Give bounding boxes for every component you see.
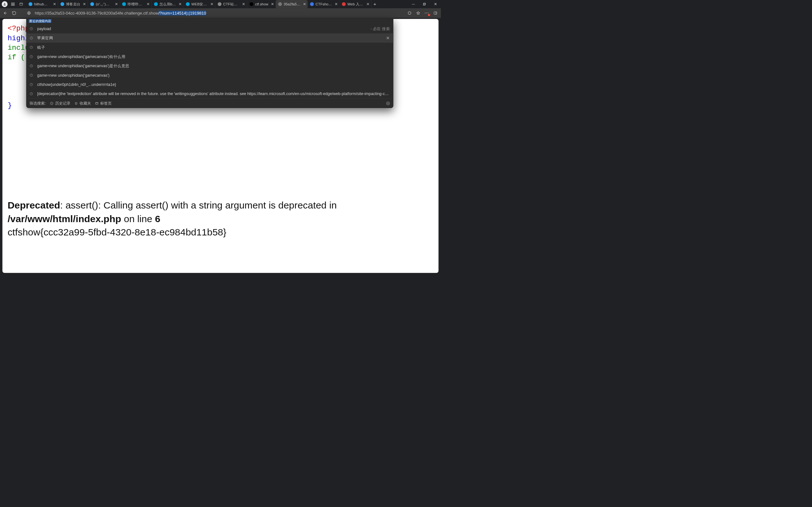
browser-tab[interactable]: (o˘◡˘)ノ H✕ [88,0,119,8]
url-host: https://35a2fa53-04cc-4009-8136-79c8200a… [35,11,159,15]
favicon [250,2,253,6]
suggestion-text: 苹果官网 [37,36,382,41]
extensions-button[interactable] [406,9,413,17]
close-tab-icon[interactable]: ✕ [147,2,150,6]
filter-label: 筛选搜索: [30,101,46,106]
browser-tab[interactable]: ctf.show✕ [247,0,275,8]
favicon [61,2,64,6]
filter-favorites[interactable]: 收藏夹 [74,101,91,106]
omnibox-suggestions: 最近的搜索内容 payload - 必应 搜索苹果官网✕稿子game=new u… [26,18,394,108]
svg-rect-8 [423,3,425,5]
history-icon [30,64,33,68]
close-window-button[interactable]: ✕ [430,0,441,8]
suggestion-text: game=new underophidian('gamecanvas')有什么用 [37,54,390,59]
suggestion-row[interactable]: 苹果官网✕ [26,33,394,43]
site-info-icon[interactable] [25,9,33,17]
favicon [342,2,346,6]
favicon [217,2,221,6]
filter-tabs[interactable]: 标签页 [95,101,112,106]
favicon [278,2,282,6]
tab-title: Web 入门1 [347,2,364,6]
error-file: /var/www/html/index.php [8,213,121,224]
svg-rect-5 [20,3,22,5]
suggestion-row[interactable]: game=new underophidian('gamecanvas')是什么意… [26,61,394,70]
favicon [29,2,32,6]
browser-tab[interactable]: 怎么用burp✕ [152,0,183,8]
alert-badge: 1 [428,14,430,16]
browser-tab[interactable]: CTF站点导✕ [215,0,247,8]
menu-button[interactable]: ⋯ 1 [423,9,431,17]
suggestion-text: game=new underophidian('gamecanvas') [37,73,390,78]
close-tab-icon[interactable]: ✕ [271,2,274,6]
suggestion-text: payload [37,26,369,31]
split-screen-button[interactable] [432,9,439,17]
svg-point-24 [388,103,389,104]
history-icon [30,46,33,49]
workspaces-icon[interactable] [10,1,15,7]
browser-tab[interactable]: Web 入门1✕ [339,0,371,8]
close-tab-icon[interactable]: ✕ [242,2,245,6]
browser-tab[interactable]: WEB安全漏✕ [183,0,215,8]
svg-rect-3 [11,4,13,5]
tab-title: hithub的主 [34,2,51,6]
suggestion-row[interactable]: game=new underophidian('gamecanvas')有什么用 [26,52,394,61]
back-button[interactable] [2,9,9,17]
history-icon [30,55,33,58]
url-selection: /?num=114514);(1919810 [158,11,206,15]
minimize-button[interactable]: ─ [408,0,419,8]
close-tab-icon[interactable]: ✕ [115,2,118,6]
close-tab-icon[interactable]: ✕ [366,2,369,6]
browser-tab[interactable]: 哔哩哔哩（✕ [119,0,151,8]
window-controls: ─ ✕ [408,0,441,8]
remove-suggestion-icon[interactable]: ✕ [386,36,390,41]
suggestion-text: 稿子 [37,45,390,50]
close-tab-icon[interactable]: ✕ [179,2,182,6]
suggestions-footer: 筛选搜索: 历史记录 收藏夹 标签页 [26,99,394,108]
svg-point-0 [4,3,5,4]
error-label: Deprecated [8,200,60,210]
suggestion-row[interactable]: payload - 必应 搜索 [26,24,394,33]
titlebar: hithub的主✕博客后台✕(o˘◡˘)ノ H✕哔哩哔哩（✕怎么用burp✕WE… [0,0,441,8]
tab-title: CTF站点导 [223,2,240,6]
history-icon [30,37,33,40]
tab-title: 怎么用burp [159,2,176,6]
suggestion-hint: - 必应 搜索 [370,26,390,32]
new-tab-button[interactable]: + [371,1,378,7]
suggestion-row[interactable]: 稿子 [26,43,394,52]
close-tab-icon[interactable]: ✕ [303,2,306,6]
favorites-button[interactable] [414,9,422,17]
tab-actions-icon[interactable] [18,1,24,7]
close-tab-icon[interactable]: ✕ [53,2,56,6]
tab-title: WEB安全漏 [191,2,208,6]
browser-tab[interactable]: 博客后台✕ [58,0,88,8]
suggestion-row[interactable]: ctfshow{under0ph1di4n_n0!_...underrrrrta… [26,80,394,89]
history-icon [30,27,33,31]
profile-avatar[interactable] [2,1,7,7]
close-tab-icon[interactable]: ✕ [210,2,213,6]
svg-rect-11 [434,12,437,14]
maximize-button[interactable] [419,0,430,8]
favicon [90,2,94,6]
suggestion-row[interactable]: [deprecation]the 'textprediction' attrib… [26,89,394,98]
refresh-button[interactable] [10,9,18,17]
suggestion-row[interactable]: game=new underophidian('gamecanvas') [26,71,394,80]
suggestions-header: 最近的搜索内容 [26,18,394,24]
tab-title: ctf.show [255,2,268,6]
browser-tab[interactable]: CTFshow题✕ [308,0,339,8]
browser-tab[interactable]: hithub的主✕ [26,0,58,8]
suggestion-text: [deprecation]the 'textprediction' attrib… [37,92,390,96]
toolbar: https://35a2fa53-04cc-4009-8136-79c8200a… [0,8,441,18]
history-icon [30,73,33,77]
favicon [154,2,158,6]
address-bar[interactable]: https://35a2fa53-04cc-4009-8136-79c8200a… [34,9,405,16]
php-error: Deprecated: assert(): Calling assert() w… [8,199,433,226]
flag-output: ctfshow{ccc32a99-5fbd-4320-8e18-ec984bd1… [8,227,433,238]
error-line: 6 [155,213,160,224]
filter-history[interactable]: 历史记录 [50,101,70,106]
suggestions-settings-icon[interactable] [386,101,390,105]
svg-rect-22 [96,102,98,104]
close-tab-icon[interactable]: ✕ [335,2,338,6]
svg-rect-2 [13,3,14,4]
close-tab-icon[interactable]: ✕ [83,2,86,6]
browser-tab[interactable]: 35a2fa53-0✕ [275,0,307,8]
